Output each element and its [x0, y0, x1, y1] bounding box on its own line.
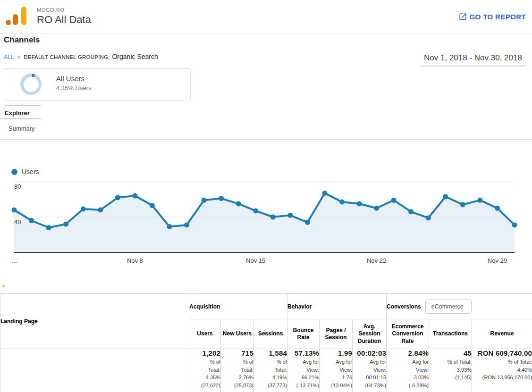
segment-title: All Users	[56, 75, 84, 83]
header-divider	[0, 33, 532, 33]
breadcrumb-all-link[interactable]: ALL	[4, 54, 14, 60]
page-title: Channels	[4, 35, 40, 45]
breadcrumb-separator: »	[17, 54, 20, 60]
date-range-selector[interactable]: Nov 1, 2018 - Nov 30, 2018	[420, 53, 526, 67]
svg-text:Nov 22: Nov 22	[367, 257, 386, 264]
total-avg-session-duration-cell: 00:02:03 Avg for View: 00:01:15 (64.73%)	[353, 349, 387, 392]
group-header-behavior: Behavior	[287, 294, 387, 319]
account-name: MOGO.RO	[37, 7, 65, 13]
stray-pixel-artifact	[2, 285, 5, 287]
column-header-avg-session-duration[interactable]: Avg. Session Duration	[353, 319, 387, 349]
breadcrumb: ALL » DEFAULT CHANNEL GROUPING: Organic …	[4, 53, 158, 60]
tab-explorer[interactable]: Explorer	[5, 105, 41, 118]
total-users-cell: 1,202 % of Total: 4.35% (27,622)	[189, 349, 221, 392]
view-name: RO All Data	[37, 14, 91, 26]
total-transactions-cell: 45 % of Total: 3.93% (1,145)	[429, 349, 472, 392]
total-pages-session-cell: 1.99 Avg for View: 1.76 (13.04%)	[320, 349, 353, 392]
go-to-report-label: GO TO REPORT	[469, 13, 526, 21]
totals-row: 1,202 % of Total: 4.35% (27,622) 715 % o…	[0, 349, 532, 392]
svg-text:80: 80	[14, 183, 21, 190]
conversions-label: Conversions	[387, 303, 421, 310]
segment-card-all-users[interactable]: All Users 4.35% Users	[4, 68, 191, 100]
total-sessions-cell: 1,584 % of Total: 4.19% (37,773)	[254, 349, 287, 392]
section-divider	[0, 139, 532, 140]
svg-text:Nov 8: Nov 8	[127, 257, 143, 264]
breadcrumb-dimension-value: Organic Search	[112, 53, 158, 60]
column-header-landing-page: Landing Page	[0, 294, 189, 349]
ga-report-page: MOGO.RO RO All Data GO TO REPORT Channel…	[0, 0, 532, 392]
tab-summary[interactable]: Summary	[8, 125, 35, 132]
landing-page-metrics-table: Landing Page Acquisition Behavior Conver…	[0, 293, 532, 392]
group-header-acquisition: Acquisition	[189, 294, 287, 319]
users-line-chart: 4080…Nov 8Nov 15Nov 22Nov 29	[0, 160, 532, 271]
svg-text:40: 40	[14, 218, 21, 225]
total-new-users-cell: 715 % of Total: 2.76% (25,873)	[221, 349, 254, 392]
column-header-pages-session[interactable]: Pages / Session	[320, 319, 353, 349]
google-analytics-logo-icon	[6, 6, 26, 25]
column-header-transactions[interactable]: Transactions	[429, 319, 472, 349]
conversions-type-dropdown[interactable]: eCommerce	[425, 300, 472, 314]
column-header-ecommerce-conversion-rate[interactable]: Ecommerce Conversion Rate	[387, 319, 429, 349]
totals-row-dimension-cell	[0, 349, 189, 392]
open-in-new-icon	[458, 12, 467, 21]
top-bar: MOGO.RO RO All Data GO TO REPORT	[0, 0, 532, 33]
column-header-revenue[interactable]: Revenue	[472, 319, 532, 349]
date-range-text: Nov 1, 2018 - Nov 30, 2018	[420, 53, 526, 63]
column-header-sessions[interactable]: Sessions	[254, 319, 287, 349]
total-ecommerce-conversion-rate-cell: 2.84% Avg for View: 3.03% (-6.28%)	[387, 349, 429, 392]
segment-subtitle: 4.35% Users	[56, 84, 91, 92]
total-bounce-rate-cell: 57.13% Avg for View: 66.21% (-13.71%)	[287, 349, 320, 392]
column-header-users[interactable]: Users	[189, 319, 221, 349]
tab-explorer-underline	[0, 118, 42, 119]
svg-text:Nov 15: Nov 15	[246, 257, 265, 264]
date-range-underline	[420, 66, 526, 67]
column-header-bounce-rate[interactable]: Bounce Rate	[287, 319, 320, 349]
svg-text:Nov 29: Nov 29	[488, 257, 507, 264]
total-revenue-cell: RON 609,740.00 % of Total: 4.40% (RON 13…	[472, 349, 532, 392]
breadcrumb-dimension-label: DEFAULT CHANNEL GROUPING:	[24, 54, 110, 60]
group-header-conversions: Conversions eCommerce	[387, 294, 532, 319]
go-to-report-link[interactable]: GO TO REPORT	[458, 12, 526, 21]
segment-donut-chart	[20, 74, 42, 95]
svg-text:…: …	[11, 257, 17, 264]
line-chart-svg: 4080…Nov 8Nov 15Nov 22Nov 29	[0, 160, 532, 271]
column-header-new-users[interactable]: New Users	[221, 319, 254, 349]
